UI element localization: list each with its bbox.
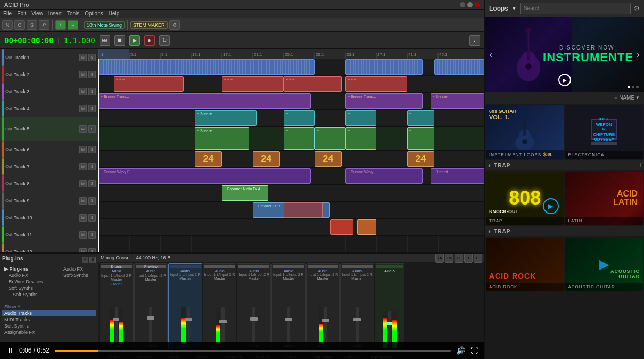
clip-7-3[interactable]: ~ Dreamt... [431,168,485,184]
track-solo-12[interactable]: S [88,248,96,253]
track-row-5[interactable]: ~ Breeze ~ ~ ~ ~ [98,127,484,151]
mixer-add-bus[interactable]: +B [464,254,473,263]
clip-4-2[interactable]: ~ [284,110,315,126]
loop-pack-acid-rock[interactable]: ACID ROCK ACID ROCK [486,238,564,291]
promo-next-button[interactable]: › [637,49,640,60]
timeline-ruler[interactable]: 1 5.1 9.1 13.1 17.1 21.1 25.1 [98,49,484,59]
clip-6-1[interactable]: 24 [195,151,222,167]
promo-dot-2[interactable] [632,86,634,88]
menu-help[interactable]: Help [109,11,120,17]
menu-tools[interactable]: Tools [67,11,79,17]
promo-dot-3[interactable] [636,86,639,88]
clip-2-1[interactable]: ~ ~ ~ [114,76,184,92]
clip-2-4[interactable]: ~ ~ ~ [345,76,407,92]
mixer-audio5-fader[interactable] [324,307,327,344]
metronome-button[interactable]: ♩ [469,35,480,46]
track-solo-2[interactable]: S [88,71,96,78]
plugin-item-softsynths[interactable]: Soft Synths [2,285,56,291]
track-mute-7[interactable]: M [79,163,87,170]
track-row-2[interactable]: ~ ~ ~ ~ ~ ~ ~ ~ ~ ~ ~ ~ [98,76,484,93]
plugin-show-all[interactable]: Show All [2,304,96,310]
mixer-audio6-fader[interactable] [356,307,359,344]
track-mute-4[interactable]: M [79,105,87,112]
save-button[interactable]: S [27,20,37,30]
track-mute-6[interactable]: M [79,146,87,153]
plugin-btn-2[interactable]: ⚙ [89,257,96,263]
track-solo-10[interactable]: S [88,214,96,222]
clip-5-1[interactable]: ~ Breeze [195,127,249,150]
track-timeline[interactable]: 1 5.1 9.1 13.1 17.1 21.1 25.1 [98,49,484,252]
clip-2-3[interactable]: ~ ~ ~ [284,76,342,92]
clip-5-5[interactable]: ~ [407,127,434,150]
loop-pack-instrument[interactable]: 60s GUITAR VOL. 1. INSTRUMENT LOOPS $39. [486,105,564,159]
mixer-add-synth[interactable]: +S [474,254,482,263]
maximize-button[interactable] [467,2,473,7]
menu-edit[interactable]: Edit [17,11,26,17]
track-mute-3[interactable]: M [79,88,87,95]
stem-label[interactable]: STEM MAKER [130,21,168,29]
clip-3-1[interactable]: ~ Breeze Trans... [98,93,311,109]
loops-dropdown-arrow[interactable]: ▼ [511,5,517,11]
plugin-soft-synths-menu[interactable]: Soft Synths [2,323,96,329]
clip-7-2[interactable]: ~ Dreamt Wavy... [345,168,423,184]
clip-1-3[interactable] [434,59,484,75]
clip-6-2[interactable]: 24 [253,151,280,167]
mixer-audio3-fader[interactable] [252,307,255,344]
clip-6-3[interactable]: 24 [315,151,342,167]
loop-pack-acoustic[interactable]: ▶ ACOUSTIC GUITAR ACOUSTIC GUITAR [565,238,643,291]
track-solo-9[interactable]: S [88,197,96,205]
track-solo-5[interactable]: S [88,125,96,133]
plugin-item-softsynths2[interactable]: Soft-Synths [2,291,56,298]
menu-view[interactable]: View [31,11,43,17]
track-solo-8[interactable]: S [88,180,96,187]
menu-file[interactable]: File [3,11,12,17]
track-mute-2[interactable]: M [79,71,87,78]
promo-play-button[interactable]: ▶ [558,74,571,86]
track-row-1[interactable] [98,59,484,76]
plugin-item-rewire[interactable]: ReWire Devices [2,279,56,285]
loops-settings-icon[interactable]: ⚙ [634,5,640,12]
promo-dot-1[interactable] [628,86,630,88]
clip-9-2[interactable]: ~ [284,202,323,218]
clip-3-3[interactable]: ~ Breeze... [431,93,485,109]
minimize-button[interactable] [460,2,465,7]
track-row-7[interactable]: ~ Dreamt Wavy E... ~ Dreamt Wavy... ~ Dr… [98,168,484,185]
loop-pack-electronica[interactable]: 8 BIT WEPONR CHIPTUREODYSSEY ELECTRONICA [565,105,643,159]
play-button[interactable]: ▶ [129,35,140,46]
plugin-right-softsynths[interactable]: Soft-Synths [61,272,96,279]
clip-5-3[interactable]: ~ [315,127,345,150]
tool-extra[interactable]: ⚙ [169,20,180,30]
loops-content[interactable]: ≡ NAME ▼ [485,92,644,359]
open-button[interactable]: O [14,20,25,30]
track-mute-1[interactable]: M [79,54,87,61]
clip-1-1[interactable] [98,59,315,75]
loop-button[interactable]: ↻ [159,35,170,46]
clip-7-1[interactable]: ~ Dreamt Wavy E... [98,168,311,184]
video-progress-bar[interactable] [55,350,451,352]
promo-prev-button[interactable]: ‹ [489,49,492,60]
loops-search-input[interactable] [520,3,631,14]
zoom-in-button[interactable]: + [55,20,66,30]
track-mute-8[interactable]: M [79,180,87,187]
mixer-drums-fader[interactable] [115,307,118,344]
loop-pack-knockout[interactable]: 808 ▶ KNOCK-OUT TRAP [486,172,564,225]
clip-3-2[interactable]: ~ Breeze Trans... [345,93,423,109]
menu-options[interactable]: Options [85,11,103,17]
zoom-out-button[interactable]: − [68,20,78,30]
track-mute-5[interactable]: M [79,125,87,133]
track-mute-10[interactable]: M [79,214,87,222]
pack-808-play-icon[interactable]: ▶ [543,198,559,214]
volume-icon[interactable]: 🔊 [456,346,465,355]
plugin-midi-tracks[interactable]: MIDI Tracks [2,316,96,323]
clip-2-2[interactable]: ~ ~ ~ [222,76,284,92]
plugin-assignable-fx[interactable]: Assignable FX [2,329,96,336]
sort-arrow[interactable]: ▼ [635,95,640,100]
mixer-audio2-fader[interactable] [221,307,225,344]
clips-area[interactable]: ~ ~ ~ ~ ~ ~ ~ ~ ~ ~ ~ ~ [98,59,484,252]
plugin-audio-tracks[interactable]: Audio Tracks [2,310,96,316]
mixer-preview-fader[interactable] [149,307,152,344]
clip-6-4[interactable]: 24 [407,151,434,167]
track-mute-12[interactable]: M [79,248,87,253]
track-row-3[interactable]: ~ Breeze Trans... ~ Breeze Trans... ~ Br… [98,93,484,110]
clip-10-1[interactable]: ~ [330,219,353,235]
